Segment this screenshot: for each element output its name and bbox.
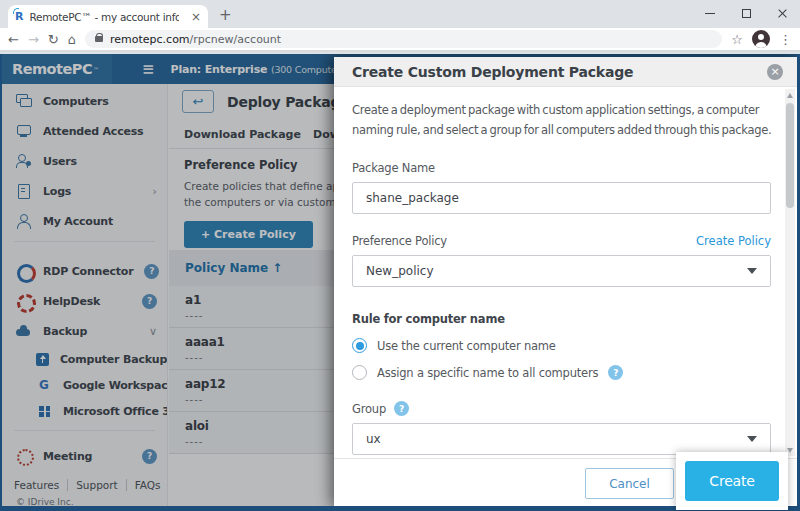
profile-avatar[interactable] — [752, 30, 770, 48]
package-name-input[interactable] — [352, 182, 771, 214]
radio-selected-icon[interactable] — [352, 338, 367, 353]
browser-toolbar: ← → ↻ ⌂ remotepc.com/rpcnew/account ☆ ⋮ — [0, 28, 800, 52]
lock-icon — [95, 36, 103, 42]
modal-header: Create Custom Deployment Package × — [334, 57, 797, 87]
group-label: Group — [352, 402, 386, 416]
intro-line: Create a deployment package with custom … — [352, 101, 771, 121]
minimize-icon — [705, 13, 715, 14]
window-close-button[interactable] — [764, 0, 800, 27]
refresh-icon[interactable]: ↻ — [48, 33, 59, 46]
dropdown-selected-value: New_policy — [366, 264, 434, 278]
modal-scrollbar[interactable] — [785, 89, 795, 456]
help-icon[interactable]: ? — [394, 401, 409, 416]
browser-window: R RemotePC™ - my account inform × + ← → … — [0, 0, 800, 511]
tab-close-icon[interactable]: × — [191, 11, 201, 23]
create-button[interactable]: Create — [685, 461, 779, 501]
group-dropdown[interactable]: ux — [352, 423, 771, 455]
new-tab-button[interactable]: + — [219, 6, 232, 24]
window-controls — [692, 0, 800, 27]
dropdown-caret-icon — [747, 268, 757, 274]
create-deployment-package-modal: Create Custom Deployment Package × Creat… — [334, 57, 797, 506]
preference-policy-dropdown[interactable]: New_policy — [352, 255, 771, 287]
radio-unselected-icon[interactable] — [352, 365, 367, 380]
radio-label: Assign a specific name to all computers — [377, 366, 598, 380]
url-bar[interactable]: remotepc.com/rpcnew/account — [85, 30, 722, 48]
create-button-highlight: Create — [676, 452, 788, 510]
scroll-up-icon[interactable] — [785, 89, 795, 101]
modal-body: Create a deployment package with custom … — [334, 87, 797, 458]
url-domain: remotepc.com — [110, 33, 190, 46]
radio-option-specific-name[interactable]: Assign a specific name to all computers … — [352, 365, 771, 380]
browser-tab-strip: R RemotePC™ - my account inform × + — [0, 0, 800, 28]
dropdown-caret-icon — [747, 436, 757, 442]
forward-icon[interactable]: → — [28, 33, 39, 46]
modal-title: Create Custom Deployment Package — [352, 64, 633, 80]
window-minimize-button[interactable] — [692, 0, 728, 27]
browser-tab[interactable]: R RemotePC™ - my account inform × — [8, 5, 208, 28]
rule-for-computer-name-label: Rule for computer name — [352, 312, 771, 326]
modal-intro-text: Create a deployment package with custom … — [352, 101, 771, 140]
radio-label: Use the current computer name — [377, 339, 556, 353]
browser-menu-icon[interactable]: ⋮ — [779, 33, 792, 46]
modal-close-icon[interactable]: × — [767, 64, 783, 80]
dropdown-selected-value: ux — [366, 432, 381, 446]
tab-title: RemotePC™ - my account inform — [29, 11, 179, 23]
preference-policy-label: Preference Policy — [352, 234, 447, 248]
maximize-icon — [742, 9, 751, 18]
back-icon[interactable]: ← — [8, 33, 19, 46]
create-policy-link[interactable]: Create Policy — [696, 234, 771, 248]
remotepc-favicon-icon: R — [15, 10, 23, 23]
package-name-label: Package Name — [352, 161, 771, 175]
home-icon[interactable]: ⌂ — [68, 33, 76, 46]
page: RemotePC™ ≡ Plan: Enterprise (300 Comput… — [0, 54, 800, 511]
url-path: /rpcnew/account — [190, 33, 282, 46]
help-icon[interactable]: ? — [608, 365, 623, 380]
cancel-button[interactable]: Cancel — [585, 468, 674, 499]
radio-option-current-name[interactable]: Use the current computer name — [352, 338, 771, 353]
window-maximize-button[interactable] — [728, 0, 764, 27]
scrollbar-thumb[interactable] — [786, 103, 794, 208]
intro-line: naming rule, and select a group for all … — [352, 121, 771, 141]
bookmark-star-icon[interactable]: ☆ — [731, 33, 743, 46]
